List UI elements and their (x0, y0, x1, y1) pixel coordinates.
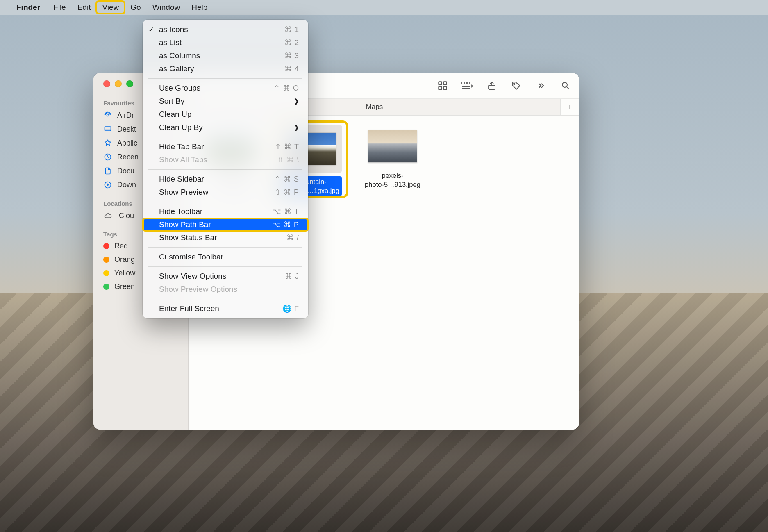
chevron-right-icon: ❯ (294, 124, 299, 131)
menu-item-show-preview[interactable]: Show Preview⇧ ⌘ P (143, 186, 308, 199)
applications-icon (103, 139, 112, 148)
menu-edit[interactable]: Edit (72, 1, 97, 14)
menu-file[interactable]: File (48, 1, 72, 14)
svg-rect-4 (439, 82, 442, 85)
menu-shortcut: ⌘ 1 (284, 25, 299, 34)
menu-shortcut: ⌘ 4 (284, 64, 299, 73)
menu-item-label: Show Preview Options (159, 285, 237, 294)
menu-shortcut: ⌘ 2 (284, 38, 299, 47)
menu-item-sort-by[interactable]: Sort By❯ (143, 95, 308, 108)
svg-rect-5 (443, 82, 447, 85)
menu-shortcut: ⌘ / (286, 233, 299, 242)
svg-point-12 (514, 83, 515, 84)
menu-shortcut: ⌃ ⌘ S (275, 175, 299, 184)
sidebar-item-label: Orang (114, 255, 135, 264)
sidebar-item-label: Red (114, 242, 128, 250)
menu-shortcut: ⇧ ⌘ P (275, 188, 299, 197)
svg-rect-1 (105, 127, 111, 131)
menu-separator (148, 299, 302, 299)
menu-item-label: Show Path Bar (159, 220, 211, 229)
sidebar-item-label: Recen (117, 153, 139, 161)
svg-rect-10 (468, 82, 470, 84)
file-thumbnail (368, 130, 417, 163)
menu-item-hide-tab-bar[interactable]: Hide Tab Bar⇧ ⌘ T (143, 140, 308, 153)
menu-separator (148, 266, 302, 267)
airdrop-icon (103, 111, 112, 120)
menu-item-label: as Icons (159, 25, 188, 34)
menu-item-label: Hide Sidebar (159, 175, 204, 184)
fullscreen-button[interactable] (126, 80, 133, 87)
menu-item-label: Sort By (159, 97, 184, 106)
tag-dot-icon (103, 284, 109, 290)
svg-rect-7 (443, 86, 447, 90)
sidebar-item-label: iClou (117, 211, 134, 220)
menu-item-use-groups[interactable]: Use Groups⌃ ⌘ O (143, 82, 308, 95)
svg-point-13 (562, 82, 567, 87)
file-item[interactable]: pexels-photo-5…913.jpeg (358, 125, 427, 189)
menu-shortcut: ⌥ ⌘ P (272, 220, 299, 229)
menu-item-show-path-bar[interactable]: Show Path Bar⌥ ⌘ P (143, 218, 308, 231)
menu-item-customise-toolbar[interactable]: Customise Toolbar… (143, 250, 308, 264)
menu-separator (148, 169, 302, 170)
sidebar-item-label: Down (117, 181, 136, 189)
sidebar-item-label: AirDr (117, 111, 134, 120)
desktop-icon (103, 125, 112, 134)
menu-view[interactable]: View (96, 1, 125, 14)
menu-item-label: Show All Tabs (159, 155, 207, 164)
menu-item-label: Enter Full Screen (159, 304, 219, 313)
menu-item-label: as Columns (159, 51, 200, 60)
more-icon[interactable] (535, 80, 547, 92)
tag-dot-icon (103, 257, 109, 263)
menu-item-as-list[interactable]: as List⌘ 2 (143, 36, 308, 49)
menu-shortcut: ⇧ ⌘ T (275, 142, 299, 151)
menu-item-label: Clean Up (159, 110, 191, 119)
menu-shortcut: ⌥ ⌘ T (273, 207, 299, 216)
menu-item-label: Hide Toolbar (159, 207, 202, 216)
search-icon[interactable] (559, 80, 572, 92)
tab-label: Maps (366, 103, 383, 111)
menu-item-as-icons[interactable]: ✓as Icons⌘ 1 (143, 23, 308, 36)
menu-bar: Finder File Edit View Go Window Help (0, 0, 768, 15)
menu-shortcut: ⌃ ⌘ O (274, 84, 299, 93)
menu-separator (148, 202, 302, 202)
menu-item-show-status-bar[interactable]: Show Status Bar⌘ / (143, 231, 308, 244)
menu-separator (148, 78, 302, 79)
minimize-button[interactable] (115, 80, 122, 87)
menu-go[interactable]: Go (125, 1, 146, 14)
tag-dot-icon (103, 243, 109, 249)
group-by-icon[interactable] (461, 80, 473, 92)
menu-item-label: as List (159, 38, 182, 47)
sidebar-item-label: Applic (117, 139, 137, 148)
menu-item-hide-sidebar[interactable]: Hide Sidebar⌃ ⌘ S (143, 173, 308, 186)
menu-item-as-gallery[interactable]: as Gallery⌘ 4 (143, 62, 308, 75)
svg-rect-8 (462, 82, 464, 84)
menu-help[interactable]: Help (186, 1, 213, 14)
menu-shortcut: ⌘ 3 (284, 51, 299, 60)
menu-item-as-columns[interactable]: as Columns⌘ 3 (143, 49, 308, 62)
menu-item-show-view-options[interactable]: Show View Options⌘ J (143, 270, 308, 283)
app-name[interactable]: Finder (16, 3, 40, 12)
svg-rect-9 (465, 82, 467, 84)
menu-item-label: Clean Up By (159, 123, 203, 132)
menu-item-label: as Gallery (159, 64, 194, 73)
menu-item-show-all-tabs: Show All Tabs⇧ ⌘ \ (143, 153, 308, 166)
sidebar-item-label: Green (114, 282, 135, 291)
menu-item-enter-full-screen[interactable]: Enter Full Screen🌐 F (143, 302, 308, 315)
sidebar-item-label: Deskt (117, 125, 136, 134)
menu-item-clean-up-by[interactable]: Clean Up By❯ (143, 121, 308, 134)
share-icon[interactable] (486, 80, 498, 92)
menu-shortcut: ⌘ J (285, 272, 299, 281)
view-switcher-icon[interactable] (436, 80, 449, 92)
chevron-right-icon: ❯ (294, 98, 299, 105)
menu-shortcut: 🌐 F (282, 304, 299, 313)
tags-icon[interactable] (510, 80, 523, 92)
downloads-icon (103, 180, 112, 189)
menu-item-label: Show Status Bar (159, 233, 217, 242)
menu-window[interactable]: Window (147, 1, 186, 14)
view-menu-dropdown: ✓as Icons⌘ 1as List⌘ 2as Columns⌘ 3as Ga… (143, 20, 308, 318)
menu-item-clean-up[interactable]: Clean Up (143, 108, 308, 121)
menu-item-hide-toolbar[interactable]: Hide Toolbar⌥ ⌘ T (143, 205, 308, 218)
menu-item-label: Show Preview (159, 188, 208, 197)
close-button[interactable] (103, 80, 110, 87)
new-tab-button[interactable]: + (560, 99, 579, 115)
